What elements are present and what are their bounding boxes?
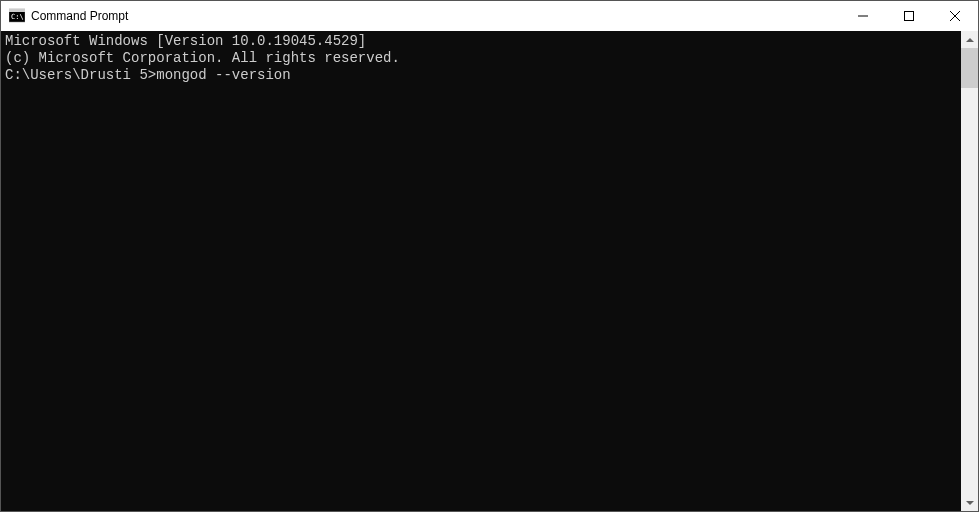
scrollbar-thumb[interactable]: [961, 48, 978, 88]
scrollbar-down-button[interactable]: [961, 494, 978, 511]
command-prompt-window: C:\ Command Prompt Micro: [0, 0, 979, 512]
prompt-line: C:\Users\Drusti 5>mongod --version: [5, 67, 957, 84]
prompt-text: C:\Users\Drusti 5>: [5, 67, 156, 84]
vertical-scrollbar[interactable]: [961, 31, 978, 511]
output-line: Microsoft Windows [Version 10.0.19045.45…: [5, 33, 957, 50]
scrollbar-track[interactable]: [961, 48, 978, 494]
svg-rect-4: [905, 12, 914, 21]
maximize-icon: [904, 11, 914, 21]
close-icon: [950, 11, 960, 21]
console-output[interactable]: Microsoft Windows [Version 10.0.19045.45…: [1, 31, 961, 511]
minimize-icon: [858, 11, 868, 21]
output-line: (c) Microsoft Corporation. All rights re…: [5, 50, 957, 67]
close-button[interactable]: [932, 1, 978, 31]
svg-marker-8: [966, 501, 974, 505]
chevron-up-icon: [966, 38, 974, 42]
app-icon: C:\: [9, 8, 25, 24]
chevron-down-icon: [966, 501, 974, 505]
window-controls: [840, 1, 978, 31]
scrollbar-up-button[interactable]: [961, 31, 978, 48]
command-text: mongod --version: [156, 67, 290, 84]
minimize-button[interactable]: [840, 1, 886, 31]
svg-rect-1: [9, 9, 25, 12]
svg-marker-7: [966, 38, 974, 42]
console-wrapper: Microsoft Windows [Version 10.0.19045.45…: [1, 31, 978, 511]
window-title: Command Prompt: [31, 9, 840, 23]
titlebar[interactable]: C:\ Command Prompt: [1, 1, 978, 31]
svg-text:C:\: C:\: [11, 13, 24, 21]
maximize-button[interactable]: [886, 1, 932, 31]
